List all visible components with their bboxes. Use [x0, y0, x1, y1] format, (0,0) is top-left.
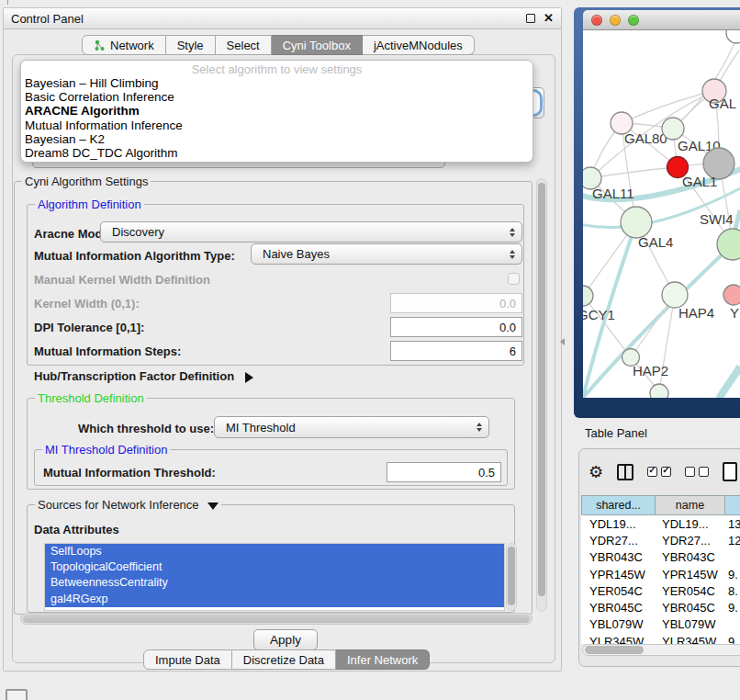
tab-cyni-toolbox[interactable]: Cyni Toolbox	[272, 35, 363, 55]
checked-box-icon	[647, 467, 657, 477]
table-row[interactable]: YPR145WYPR145W9.	[581, 566, 740, 582]
dpi-tolerance-field[interactable]: 0.0	[390, 317, 522, 337]
unchecked-boxes-icon[interactable]	[685, 467, 709, 477]
minimize-window-button[interactable]	[610, 15, 621, 26]
table-horizontal-scrollbar[interactable]	[582, 644, 740, 656]
table-row[interactable]: YBL079WYBL079W	[581, 616, 740, 633]
settings-vertical-scrollbar[interactable]	[536, 178, 547, 612]
panel-splitter-handle[interactable]	[560, 338, 565, 345]
table-row[interactable]: YER054CYER054C8.	[581, 582, 740, 599]
table-cell: 9.	[725, 568, 740, 581]
mi-steps-label: Mutual Information Steps:	[34, 344, 181, 358]
kernel-width-field[interactable]: 0.0	[390, 293, 522, 313]
aracne-mode-value: Discovery	[112, 225, 164, 239]
table-cell: YDL19...	[581, 517, 656, 531]
hub-definition-toggle[interactable]: Hub/Transcription Factor Definition	[34, 369, 253, 383]
scrollbar-thumb[interactable]	[508, 547, 515, 605]
mi-threshold-field[interactable]: 0.5	[387, 462, 501, 482]
table-row[interactable]: YLR345WYLR345W9.	[581, 633, 740, 644]
dropdown-item[interactable]: Basic Correlation Inference	[21, 90, 533, 104]
dropdown-item[interactable]: Bayesian – K2	[21, 132, 533, 146]
settings-horizontal-scrollbar[interactable]	[20, 613, 533, 625]
tab-style[interactable]: Style	[166, 35, 216, 55]
close-panel-icon[interactable]: ✕	[544, 14, 554, 23]
table-header: shared... name	[581, 495, 740, 515]
column-header-shared-name[interactable]: shared...	[581, 495, 656, 515]
expand-right-icon[interactable]	[245, 372, 253, 383]
network-node-gcy1[interactable]	[583, 286, 593, 306]
checked-boxes-icon[interactable]	[647, 467, 671, 477]
dropdown-item[interactable]: Bayesian – Hill Climbing	[21, 76, 533, 90]
group-title: MI Threshold Definition	[42, 443, 170, 457]
scrollbar-thumb[interactable]	[23, 615, 530, 623]
tab-infer-network[interactable]: Infer Network	[336, 649, 430, 670]
gear-icon[interactable]: ⚙	[589, 464, 603, 480]
network-node-hap4[interactable]	[662, 282, 688, 308]
attribute-list-scrollbar[interactable]	[506, 543, 517, 611]
network-node-y[interactable]	[723, 285, 740, 305]
table-cell: YBL079W	[656, 617, 725, 631]
table-panel: ⚙ shared... name YDL19...YDL19...13YDR27…	[578, 448, 740, 667]
table-cell: 12	[725, 534, 740, 548]
network-node-label: GAL	[709, 96, 736, 111]
network-node-label: GAL4	[638, 234, 673, 250]
tab-impute-data[interactable]: Impute Data	[143, 649, 232, 670]
network-node-label: Y	[730, 305, 739, 321]
column-header-cut[interactable]	[725, 495, 740, 515]
mi-threshold-label: Mutual Information Threshold:	[43, 466, 216, 480]
bottom-left-mini-button[interactable]	[6, 689, 28, 700]
tab-label: Style	[177, 39, 204, 52]
network-node[interactable]	[650, 384, 668, 398]
table-toolbar: ⚙	[589, 462, 737, 481]
tab-discretize-data[interactable]: Discretize Data	[232, 649, 336, 670]
float-window-icon[interactable]	[526, 14, 535, 23]
attribute-item-selected[interactable]: BetweennessCentrality	[45, 575, 504, 591]
group-title: Threshold Definition	[35, 391, 147, 405]
document-icon[interactable]	[723, 462, 737, 481]
columns-icon[interactable]	[617, 464, 633, 480]
mi-type-combobox[interactable]: Naive Bayes	[251, 243, 522, 265]
table-cell: YBL079W	[581, 617, 656, 631]
apply-button[interactable]: Apply	[253, 629, 318, 650]
table-cell: 9.	[725, 601, 740, 615]
network-node-label: HAP2	[633, 363, 668, 378]
attribute-item-selected[interactable]: SelfLoops	[45, 544, 504, 559]
table-cell: 13	[725, 517, 740, 531]
dropdown-item[interactable]: Mutual Information Inference	[21, 119, 533, 132]
dropdown-item-highlighted[interactable]: ARACNE Algorithm	[21, 104, 533, 118]
sources-toggle[interactable]: Sources for Network Inference	[35, 498, 221, 512]
dpi-tolerance-label: DPI Tolerance [0,1]:	[34, 321, 144, 334]
column-header-name[interactable]: name	[656, 495, 725, 515]
aracne-mode-combobox[interactable]: Discovery	[100, 221, 522, 243]
dropdown-item[interactable]: Dream8 DC_TDC Algorithm	[21, 146, 533, 160]
scrollbar-thumb[interactable]	[585, 646, 644, 654]
table-cell: YLR345W	[656, 635, 725, 644]
which-threshold-label: Which threshold to use:	[78, 422, 214, 435]
zoom-window-button[interactable]	[628, 15, 639, 26]
network-node[interactable]	[726, 30, 740, 43]
dropdown-placeholder: Select algorithm to view settings	[21, 62, 533, 76]
table-row[interactable]: YBR045CYBR045C9.	[581, 599, 740, 615]
scrollbar-thumb[interactable]	[538, 183, 545, 596]
mi-steps-field[interactable]: 6	[390, 341, 522, 361]
manual-kernel-checkbox[interactable]	[508, 273, 520, 285]
table-row[interactable]: YBR043CYBR043C	[581, 549, 740, 566]
network-view-window: GALGAL80GAL10GAL1GAL11SWI4GAL4GCY1HAP4YH…	[574, 7, 740, 418]
network-node-label: HAP4	[678, 305, 714, 321]
network-canvas[interactable]: GALGAL80GAL10GAL1GAL11SWI4GAL4GCY1HAP4YH…	[583, 30, 740, 398]
attribute-item-selected[interactable]: gal4RGexp	[45, 592, 504, 607]
tab-jactivemnodules[interactable]: jActiveMNodules	[363, 35, 475, 55]
table-row[interactable]: YDL19...YDL19...13	[581, 515, 740, 532]
which-threshold-combobox[interactable]: MI Threshold	[214, 416, 489, 438]
tab-network[interactable]: Network	[82, 35, 166, 55]
table-rows: YDL19...YDL19...13YDR27...YDR27...12YBR0…	[581, 515, 740, 644]
tab-select[interactable]: Select	[216, 35, 272, 55]
collapse-down-icon[interactable]	[207, 502, 219, 510]
attribute-item-selected[interactable]: TopologicalCoefficient	[45, 559, 504, 575]
network-node-gal10[interactable]	[662, 118, 684, 140]
table-row[interactable]: YDR27...YDR27...12	[581, 532, 740, 548]
network-node-gal4[interactable]	[621, 207, 652, 238]
table-panel-title: Table Panel	[585, 426, 647, 440]
which-threshold-value: MI Threshold	[226, 421, 296, 435]
close-window-button[interactable]	[591, 15, 602, 26]
